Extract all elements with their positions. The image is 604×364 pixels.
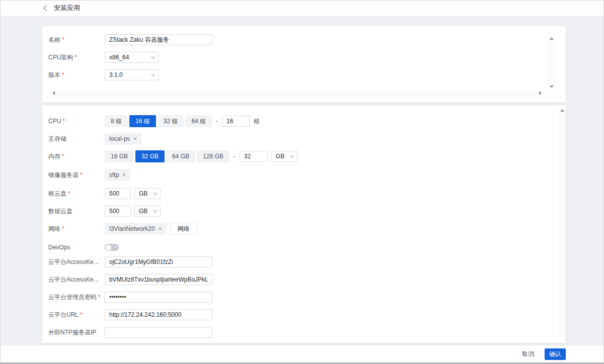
memory-option-64gb[interactable]: 64 GB bbox=[166, 150, 195, 162]
chevron-down-icon bbox=[290, 153, 294, 157]
horizontal-scrollbar[interactable] bbox=[50, 89, 544, 97]
data-disk-unit-select[interactable]: GB bbox=[134, 206, 161, 217]
network-tag: l3VlanNetwork20 × bbox=[105, 223, 167, 235]
ntp-server-input[interactable] bbox=[105, 327, 212, 338]
page-header: 安装应用 bbox=[0, 0, 604, 17]
remove-tag-icon[interactable]: × bbox=[159, 225, 162, 232]
form-row-image-server: 镜像服务器* sftp × bbox=[48, 169, 566, 181]
memory-custom-input[interactable] bbox=[240, 151, 267, 162]
cancel-button[interactable]: 取消 bbox=[522, 350, 534, 358]
footer-bar: 取消 确认 bbox=[1, 345, 603, 362]
required-mark: * bbox=[62, 118, 65, 125]
platform-url-input[interactable] bbox=[105, 309, 212, 320]
cpu-option-32[interactable]: 32 核 bbox=[158, 115, 184, 127]
devops-toggle[interactable]: × bbox=[105, 244, 119, 251]
add-network-button[interactable]: 网络 bbox=[171, 223, 197, 235]
access-key-id-input[interactable] bbox=[105, 256, 212, 267]
form-row-ntp-server: 外部NTP服务器IP bbox=[48, 326, 566, 338]
toggle-off-icon: × bbox=[114, 244, 117, 251]
memory-option-16gb[interactable]: 16 GB bbox=[105, 150, 134, 162]
cpu-arch-label: CPU架构 bbox=[48, 54, 73, 61]
cpu-custom-input[interactable] bbox=[222, 116, 250, 127]
cpu-arch-value: x86_64 bbox=[109, 54, 129, 61]
name-label: 名称 bbox=[48, 36, 60, 43]
name-input[interactable] bbox=[105, 34, 212, 45]
cpu-option-8[interactable]: 8 核 bbox=[105, 115, 128, 127]
ntp-server-label: 外部NTP服务器IP bbox=[48, 329, 96, 336]
cpu-arch-select[interactable]: x86_64 bbox=[105, 52, 159, 63]
root-disk-label: 根云盘 bbox=[48, 190, 66, 197]
chevron-down-icon bbox=[153, 208, 157, 212]
access-key-secret-label: 云平台AccessKey Secr... bbox=[48, 276, 105, 283]
form-row-memory: 内存* 16 GB 32 GB 64 GB 128 GB - GB bbox=[48, 150, 566, 162]
version-select[interactable]: 3.1.0 bbox=[105, 69, 159, 80]
form-row-primary-storage: 主存储 local-ps × bbox=[48, 133, 566, 145]
network-label: 网络 bbox=[48, 225, 60, 232]
root-disk-unit-select[interactable]: GB bbox=[134, 188, 161, 199]
memory-option-128gb[interactable]: 128 GB bbox=[197, 150, 230, 162]
devops-label: DevOps bbox=[48, 244, 70, 251]
scroll-left-icon[interactable] bbox=[52, 91, 55, 95]
platform-url-label: 云平台URL bbox=[48, 311, 79, 318]
remove-tag-icon[interactable]: × bbox=[122, 171, 126, 178]
memory-unit-value: GB bbox=[276, 153, 284, 160]
required-mark: * bbox=[68, 190, 70, 197]
cpu-label: CPU bbox=[48, 118, 61, 125]
form-row-access-key-id: 云平台AccessKey ID* bbox=[48, 256, 566, 268]
required-mark: * bbox=[62, 71, 64, 78]
form-row-access-key-secret: 云平台AccessKey Secr... bbox=[48, 274, 566, 286]
memory-unit-select[interactable]: GB bbox=[271, 151, 297, 162]
form-row-root-disk: 根云盘* GB bbox=[48, 188, 566, 200]
confirm-button[interactable]: 确认 bbox=[545, 348, 566, 360]
chevron-down-icon bbox=[153, 191, 157, 195]
admin-password-input[interactable] bbox=[105, 292, 212, 303]
admin-password-label: 云平台管理员密码 bbox=[48, 294, 97, 301]
required-mark: * bbox=[62, 225, 64, 232]
primary-storage-tag: local-ps × bbox=[105, 133, 141, 145]
image-server-tag: sftp × bbox=[105, 169, 130, 181]
tag-text: l3VlanNetwork20 bbox=[109, 225, 155, 232]
root-disk-size-input[interactable] bbox=[105, 188, 131, 199]
tag-text: sftp bbox=[109, 171, 119, 178]
cpu-option-64[interactable]: 64 核 bbox=[185, 115, 212, 127]
scroll-right-icon[interactable] bbox=[539, 91, 542, 95]
cpu-option-16[interactable]: 16 核 bbox=[129, 115, 156, 127]
back-icon[interactable] bbox=[43, 5, 49, 11]
data-disk-size-input[interactable] bbox=[105, 206, 131, 217]
app-info-panel: 名称* CPU架构* x86_64 版本* 3.1.0 bbox=[42, 26, 566, 102]
form-row-platform-url: 云平台URL* bbox=[48, 309, 566, 321]
form-row-cpu: CPU* 8 核 16 核 32 核 64 核 - 核 bbox=[48, 115, 566, 127]
form-row-network: 网络* l3VlanNetwork20 × 网络 bbox=[48, 223, 566, 235]
tag-text: local-ps bbox=[109, 135, 130, 142]
memory-option-32gb[interactable]: 32 GB bbox=[135, 150, 165, 162]
app-config-panel: CPU* 8 核 16 核 32 核 64 核 - 核 主存储 local-ps… bbox=[42, 106, 566, 343]
required-mark: * bbox=[80, 171, 83, 178]
cpu-unit-label: 核 bbox=[254, 117, 260, 126]
image-server-label: 镜像服务器 bbox=[48, 171, 79, 178]
remove-tag-icon[interactable]: × bbox=[133, 135, 137, 142]
form-row-admin-password: 云平台管理员密码* bbox=[48, 291, 566, 303]
form-row-name: 名称* bbox=[48, 34, 566, 45]
chevron-down-icon bbox=[151, 72, 155, 76]
main-vertical-scrollbar[interactable] bbox=[559, 107, 566, 341]
scroll-up-icon[interactable] bbox=[560, 109, 564, 112]
required-mark: * bbox=[80, 311, 83, 318]
version-value: 3.1.0 bbox=[109, 71, 123, 78]
scroll-up-icon[interactable] bbox=[550, 37, 554, 40]
chevron-down-icon bbox=[151, 54, 155, 58]
required-mark: * bbox=[74, 54, 77, 61]
data-disk-unit-value: GB bbox=[139, 208, 147, 215]
toggle-knob bbox=[106, 245, 111, 250]
cpu-core-options: 8 核 16 核 32 核 64 核 bbox=[105, 115, 212, 127]
form-row-devops: DevOps × bbox=[48, 241, 566, 253]
data-disk-label: 数据云盘 bbox=[48, 208, 72, 215]
panel-vertical-scrollbar[interactable] bbox=[547, 35, 556, 90]
primary-storage-label: 主存储 bbox=[48, 135, 66, 142]
access-key-secret-input[interactable] bbox=[105, 274, 212, 285]
form-row-version: 版本* 3.1.0 bbox=[48, 69, 566, 80]
form-row-data-disk: 数据云盘 GB bbox=[48, 205, 566, 217]
page-title: 安装应用 bbox=[54, 4, 80, 13]
range-separator: - bbox=[234, 153, 236, 160]
required-mark: * bbox=[98, 294, 101, 301]
scroll-down-icon[interactable] bbox=[550, 85, 554, 88]
